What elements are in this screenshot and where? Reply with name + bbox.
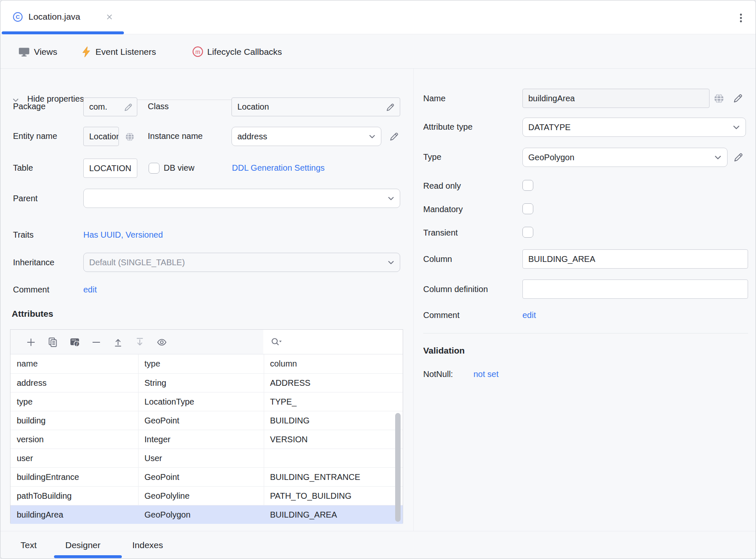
- instance-name-label: Instance name: [148, 131, 203, 141]
- bottom-tab-strip: Text Designer Indexes: [0, 531, 756, 559]
- toolbar-event-listeners-label: Event Listeners: [95, 47, 156, 57]
- comment-label: Comment: [13, 285, 49, 295]
- column-definition-label: Column definition: [423, 285, 488, 294]
- globe-icon[interactable]: [125, 132, 135, 142]
- attributes-title: Attributes: [12, 309, 53, 319]
- table-row[interactable]: buildingEntrance GeoPoint BUILDING_ENTRA…: [10, 467, 403, 486]
- java-class-icon: C: [13, 12, 23, 22]
- tab-indexes[interactable]: Indexes: [132, 531, 163, 559]
- new-attribute-from-template-icon[interactable]: f: [69, 337, 80, 348]
- column-field[interactable]: BUILDING_AREA: [522, 249, 748, 269]
- svg-text:m: m: [195, 49, 201, 55]
- toolbar-lifecycle-callbacks-button[interactable]: m Lifecycle Callbacks: [192, 35, 282, 69]
- db-view-checkbox[interactable]: [149, 163, 159, 174]
- ddl-generation-settings-link[interactable]: DDL Generation Settings: [232, 163, 325, 173]
- notnull-label: NotNull:: [423, 369, 453, 379]
- traits-link[interactable]: Has UUID, Versioned: [83, 230, 163, 240]
- search-icon: [270, 336, 283, 348]
- transient-label: Transient: [423, 228, 458, 238]
- tab-location-java[interactable]: C Location.java: [13, 12, 115, 23]
- copy-attribute-icon[interactable]: [47, 337, 58, 348]
- edit-pencil-icon[interactable]: [388, 131, 400, 142]
- monitor-icon: [18, 46, 30, 57]
- inheritance-label: Inheritance: [13, 258, 54, 267]
- chevron-down-icon: [386, 258, 396, 267]
- toolbar-event-listeners-button[interactable]: Event Listeners: [81, 35, 156, 69]
- class-label: Class: [148, 102, 169, 111]
- entity-toolbar: Views Event Listeners m Lifecycle Callba…: [0, 35, 756, 69]
- attributes-search-field[interactable]: [263, 330, 403, 354]
- chevron-down-icon: [368, 132, 377, 141]
- kebab-menu-icon[interactable]: [736, 13, 746, 23]
- table-row[interactable]: version Integer VERSION: [10, 430, 403, 449]
- instance-name-select[interactable]: address: [231, 127, 381, 146]
- table-row[interactable]: pathToBuilding GeoPolyline PATH_TO_BUILD…: [10, 486, 403, 505]
- chevron-down-icon: [731, 122, 741, 132]
- comment-edit-link[interactable]: edit: [83, 285, 97, 295]
- table-row[interactable]: type LocationType TYPE_: [10, 392, 403, 411]
- type-label: Type: [423, 152, 441, 162]
- type-select[interactable]: GeoPolygon: [522, 148, 728, 167]
- edit-pencil-icon[interactable]: [732, 92, 744, 104]
- attributes-table: f: [10, 329, 403, 523]
- table-scrollbar[interactable]: [395, 413, 401, 522]
- attribute-type-select[interactable]: DATATYPE: [522, 118, 746, 137]
- table-row[interactable]: user User: [10, 449, 403, 467]
- table-row[interactable]: address String ADDRESS: [10, 373, 403, 392]
- package-field[interactable]: com.: [83, 97, 137, 116]
- ide-window: C Location.java: [0, 0, 756, 559]
- table-name-field[interactable]: LOCATION: [83, 159, 137, 178]
- column-label: Column: [423, 254, 452, 264]
- panel-divider: [413, 69, 414, 531]
- active-tab-indicator: [2, 31, 124, 34]
- mandatory-checkbox[interactable]: [522, 203, 533, 214]
- detail-comment-edit-link[interactable]: edit: [522, 310, 536, 320]
- detail-name-label: Name: [423, 94, 445, 103]
- transient-checkbox[interactable]: [522, 227, 533, 238]
- remove-attribute-icon[interactable]: [91, 337, 102, 348]
- mandatory-label: Mandatory: [423, 205, 463, 214]
- lightning-icon: [81, 46, 92, 58]
- detail-name-field[interactable]: buildingArea: [522, 89, 710, 108]
- move-up-icon[interactable]: [113, 337, 123, 348]
- active-bottom-tab-indicator: [54, 555, 122, 558]
- attribute-type-label: Attribute type: [423, 122, 473, 132]
- table-row-selected[interactable]: buildingArea GeoPolygon BUILDING_AREA: [10, 505, 403, 524]
- table-label: Table: [13, 163, 33, 173]
- parent-label: Parent: [13, 194, 38, 203]
- header-name[interactable]: name: [10, 354, 138, 373]
- editor-tab-bar: C Location.java: [0, 0, 756, 34]
- table-row[interactable]: building GeoPoint BUILDING: [10, 411, 403, 430]
- read-only-checkbox[interactable]: [522, 180, 533, 191]
- edit-pencil-icon[interactable]: [385, 102, 396, 113]
- chevron-down-icon: [386, 194, 396, 203]
- detail-comment-label: Comment: [423, 310, 460, 320]
- header-type[interactable]: type: [138, 354, 264, 373]
- toolbar-views-label: Views: [34, 47, 57, 57]
- inheritance-select[interactable]: Default (SINGLE_TABLE): [83, 253, 400, 272]
- class-field[interactable]: Location: [231, 97, 400, 116]
- edit-pencil-icon[interactable]: [733, 151, 744, 163]
- read-only-label: Read only: [423, 181, 461, 191]
- globe-icon[interactable]: [713, 93, 725, 104]
- header-column[interactable]: column: [264, 354, 403, 373]
- add-attribute-icon[interactable]: [26, 337, 36, 348]
- traits-label: Traits: [13, 230, 33, 240]
- parent-select[interactable]: [83, 189, 400, 208]
- package-label: Package: [13, 102, 46, 111]
- validation-title: Validation: [423, 346, 465, 356]
- chevron-down-icon: [713, 152, 723, 162]
- toolbar-views-button[interactable]: Views: [18, 35, 57, 69]
- entity-name-field[interactable]: Location: [83, 127, 119, 146]
- notnull-not-set-link[interactable]: not set: [473, 369, 499, 379]
- move-down-icon[interactable]: [134, 337, 145, 348]
- toolbar-lifecycle-callbacks-label: Lifecycle Callbacks: [207, 47, 282, 57]
- tab-title: Location.java: [28, 12, 80, 22]
- edit-pencil-icon[interactable]: [123, 102, 134, 113]
- column-definition-field[interactable]: [522, 280, 748, 299]
- tab-close-icon[interactable]: [105, 13, 114, 21]
- entity-name-label: Entity name: [13, 131, 57, 141]
- svg-text:C: C: [16, 14, 20, 20]
- toggle-visibility-eye-icon[interactable]: [156, 337, 167, 348]
- tab-text[interactable]: Text: [21, 531, 37, 559]
